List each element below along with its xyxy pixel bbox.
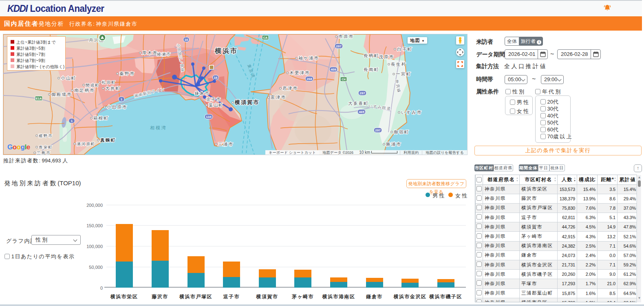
svg-text:268: 268 — [307, 77, 312, 81]
svg-text:小田急江ノ島線: 小田急江ノ島線 — [176, 43, 185, 73]
svg-text:297: 297 — [359, 91, 365, 95]
svg-text:小田原市: 小田原市 — [107, 104, 128, 109]
svg-text:三島市: 三島市 — [37, 151, 51, 155]
svg-text:E1A: E1A — [36, 97, 42, 100]
svg-text:裾野市: 裾野市 — [38, 133, 53, 138]
svg-text:白子町: 白子町 — [397, 47, 412, 51]
svg-text:茂原市: 茂原市 — [379, 54, 394, 59]
svg-text:君津市: 君津市 — [282, 86, 298, 91]
svg-text:真鶴町: 真鶴町 — [100, 137, 116, 143]
svg-text:木更津市: 木更津市 — [289, 70, 310, 75]
svg-text:開成町: 開成町 — [86, 83, 100, 87]
svg-text:葉山町: 葉山町 — [209, 103, 224, 107]
svg-text:箱根町: 箱根町 — [93, 115, 109, 120]
svg-text:いすみ鉄道: いすみ鉄道 — [368, 103, 392, 111]
svg-text:相模湾: 相模湾 — [150, 125, 167, 130]
svg-text:一宮町: 一宮町 — [396, 71, 411, 76]
svg-text:市原市: 市原市 — [338, 34, 354, 39]
svg-text:16: 16 — [214, 76, 218, 80]
svg-text:大井町: 大井町 — [105, 86, 121, 91]
svg-text:湯河原町: 湯河原町 — [77, 142, 96, 146]
svg-text:湘南新宿ライン: 湘南新宿ライン — [134, 86, 165, 98]
svg-text:横浜市: 横浜市 — [214, 47, 238, 55]
svg-text:大多喜町: 大多喜町 — [348, 101, 369, 106]
svg-text:409: 409 — [331, 68, 336, 71]
svg-text:CA: CA — [263, 36, 268, 40]
svg-text:465: 465 — [359, 110, 364, 114]
svg-text:東京湾: 東京湾 — [247, 63, 256, 79]
svg-text:16: 16 — [185, 38, 188, 42]
svg-text:297: 297 — [375, 129, 381, 132]
svg-text:逗子市: 逗子市 — [206, 97, 221, 102]
svg-text:長南町: 長南町 — [364, 67, 379, 72]
svg-text:富津市: 富津市 — [271, 95, 286, 100]
svg-text:鎌倉市: 鎌倉市 — [194, 91, 210, 95]
svg-text:134: 134 — [206, 115, 212, 119]
svg-text:三浦市: 三浦市 — [218, 142, 234, 146]
svg-text:御宿町: 御宿町 — [393, 129, 409, 134]
svg-text:小山町: 小山町 — [61, 75, 76, 80]
svg-text:南足柄市: 南足柄市 — [74, 88, 95, 93]
svg-text:勝浦市: 勝浦市 — [386, 142, 401, 146]
svg-text:松田町: 松田町 — [101, 80, 116, 84]
svg-text:長生村: 長生村 — [391, 62, 406, 67]
svg-text:御殿場市: 御殿場市 — [51, 92, 72, 97]
svg-text:C4: C4 — [342, 78, 346, 81]
svg-text:297: 297 — [336, 44, 342, 48]
svg-text:1: 1 — [121, 98, 123, 101]
svg-text:横須賀市: 横須賀市 — [234, 99, 260, 105]
svg-text:秦野市: 秦野市 — [119, 71, 135, 76]
svg-text:いすみ市: いすみ市 — [401, 110, 422, 115]
svg-text:外房線: 外房線 — [395, 79, 402, 93]
svg-text:長泉町: 長泉町 — [39, 145, 53, 149]
svg-text:長柄町: 長柄町 — [364, 53, 379, 58]
svg-text:1: 1 — [71, 119, 73, 123]
svg-text:綾瀬市: 綾瀬市 — [157, 52, 171, 56]
svg-text:袖ケ浦市: 袖ケ浦市 — [298, 55, 319, 60]
